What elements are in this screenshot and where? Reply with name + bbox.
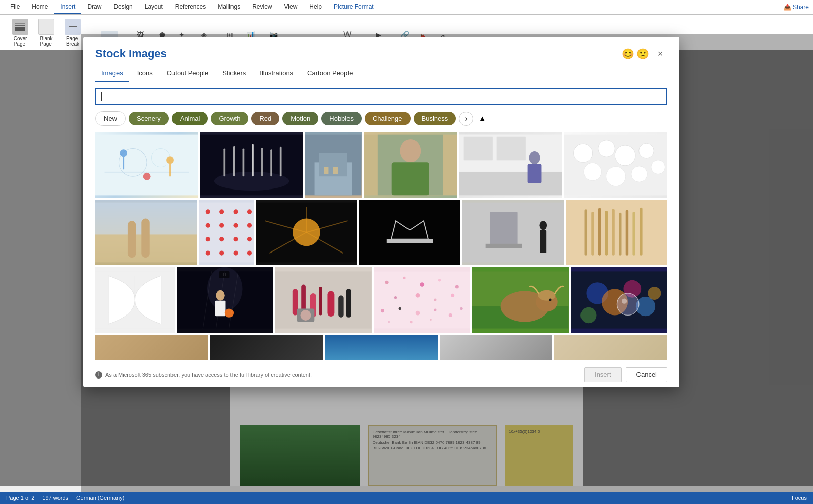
tab-view[interactable]: View [278,0,304,14]
chip-business[interactable]: Business [414,112,456,125]
blank-page-button[interactable]: BlankPage [34,17,59,49]
cover-page-button[interactable]: CoverPage [8,17,32,49]
thumbs-up-icon[interactable]: 😊 [622,48,634,60]
dialog-footer: i As a Microsoft 365 subscriber, you hav… [83,362,679,387]
svg-point-62 [233,251,238,256]
chip-red[interactable]: Red [251,112,279,125]
image-cell[interactable] [200,132,303,198]
close-button[interactable]: × [653,47,667,61]
chip-hobbies[interactable]: Hobbies [321,112,362,125]
tab-references[interactable]: References [169,0,212,14]
image-cell[interactable] [459,132,562,198]
image-cell[interactable] [305,132,361,198]
image-cell[interactable] [472,267,568,333]
image-cell[interactable] [440,335,553,360]
svg-point-6 [166,156,174,164]
chip-animal[interactable]: Animal [172,112,208,125]
image-cell[interactable] [325,335,438,360]
svg-point-96 [224,308,233,317]
image-cell[interactable] [210,335,323,360]
chip-challenge[interactable]: Challenge [365,112,411,125]
image-cell[interactable] [364,132,457,198]
status-bar-right: Focus [792,495,807,501]
tab-review[interactable]: Review [246,0,278,14]
tab-stickers[interactable]: Stickers [216,65,252,82]
thumbs-down-icon[interactable]: 🙁 [636,48,649,60]
footer-actions: Insert Cancel [584,367,667,382]
svg-point-8 [143,173,151,180]
footer-info: i As a Microsoft 365 subscriber, you hav… [95,371,312,379]
svg-point-55 [247,223,252,228]
tab-cartoon-people[interactable]: Cartoon People [301,65,359,82]
tab-illustrations[interactable]: Illustrations [254,65,299,82]
insert-button[interactable]: Insert [584,367,622,382]
tab-insert[interactable]: Insert [54,0,81,14]
svg-point-122 [460,307,462,310]
tab-home[interactable]: Home [26,0,54,14]
svg-rect-12 [233,146,235,176]
tab-cutout-people[interactable]: Cutout People [161,65,214,82]
image-cell[interactable] [256,200,357,265]
word-count: 197 words [42,495,68,501]
image-cell[interactable] [359,200,460,265]
svg-point-32 [529,151,540,164]
svg-point-78 [540,221,547,230]
svg-rect-97 [275,271,371,328]
tab-layout[interactable]: Layout [139,0,169,14]
tab-mailings[interactable]: Mailings [212,0,246,14]
svg-point-118 [398,307,401,310]
svg-point-131 [549,298,551,301]
image-row-4 [95,335,667,360]
tab-file[interactable]: File [4,0,26,14]
chip-scenery[interactable]: Scenery [129,112,169,125]
focus-button[interactable]: Focus [792,495,807,501]
search-input[interactable] [102,93,661,101]
svg-point-116 [451,294,454,297]
tab-help[interactable]: Help [303,0,328,14]
image-cell[interactable] [571,267,667,333]
cover-page-icon [12,19,28,35]
image-cell[interactable] [374,267,470,333]
image-cell[interactable] [564,132,667,198]
svg-point-125 [430,319,431,320]
image-cell[interactable]: ⏸ [177,267,273,333]
svg-point-38 [638,143,654,158]
image-cell[interactable] [95,335,208,360]
image-cell[interactable] [554,335,667,360]
svg-rect-89 [640,208,642,256]
image-cell[interactable] [199,200,254,265]
tab-images[interactable]: Images [95,65,129,82]
svg-rect-21 [324,167,329,174]
chip-growth[interactable]: Growth [211,112,248,125]
image-cell[interactable] [95,200,197,265]
svg-rect-11 [224,149,226,177]
svg-rect-80 [566,203,667,263]
chip-new[interactable]: New [95,111,126,126]
svg-point-59 [247,237,252,241]
chip-motion[interactable]: Motion [282,112,318,125]
svg-point-106 [301,310,311,321]
svg-rect-76 [490,212,518,248]
svg-point-124 [410,321,412,323]
chip-nav-next[interactable]: › [459,112,473,126]
image-cell[interactable] [275,267,371,333]
image-row-2 [95,200,667,265]
share-button[interactable]: 📤 Share [784,4,809,11]
image-row-3: ⏸ [95,267,667,333]
image-cell[interactable] [95,132,198,198]
svg-point-48 [206,209,210,214]
image-cell[interactable] [566,200,667,265]
svg-rect-14 [252,144,254,176]
cancel-button[interactable]: Cancel [626,367,667,382]
tab-design[interactable]: Design [107,0,138,14]
svg-rect-81 [585,209,587,255]
image-cell[interactable] [95,267,175,333]
svg-rect-16 [270,149,272,176]
svg-point-130 [538,290,556,301]
tab-picture-format[interactable]: Picture Format [328,0,380,14]
image-cell[interactable] [462,200,564,265]
category-chips: New Scenery Animal Growth Red Motion Hob… [83,111,679,132]
tab-draw[interactable]: Draw [81,0,107,14]
search-input-wrapper[interactable] [95,88,667,105]
tab-icons[interactable]: Icons [131,65,159,82]
